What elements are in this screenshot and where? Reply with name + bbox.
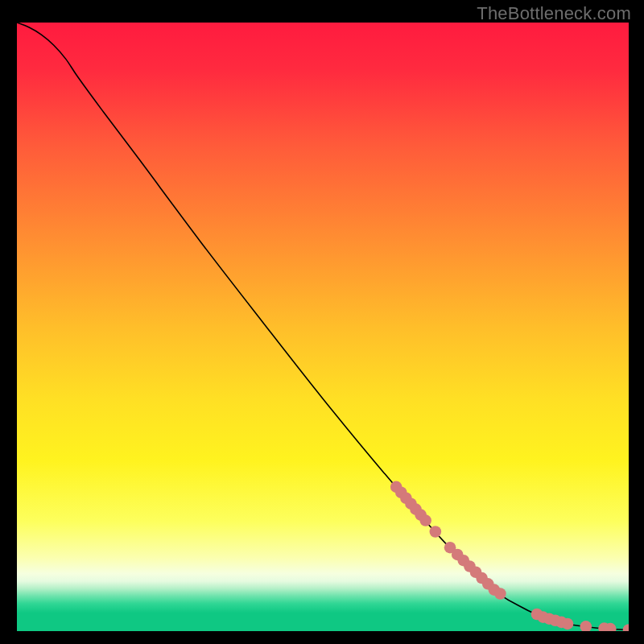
chart-svg bbox=[17, 23, 629, 631]
watermark-label: TheBottleneck.com bbox=[477, 3, 631, 24]
chart-frame: TheBottleneck.com bbox=[0, 0, 644, 644]
data-marker bbox=[494, 588, 506, 600]
chart-plot bbox=[17, 23, 629, 631]
data-marker bbox=[562, 618, 574, 630]
gradient-background bbox=[17, 23, 629, 631]
data-marker bbox=[430, 526, 442, 538]
data-marker bbox=[419, 514, 431, 526]
